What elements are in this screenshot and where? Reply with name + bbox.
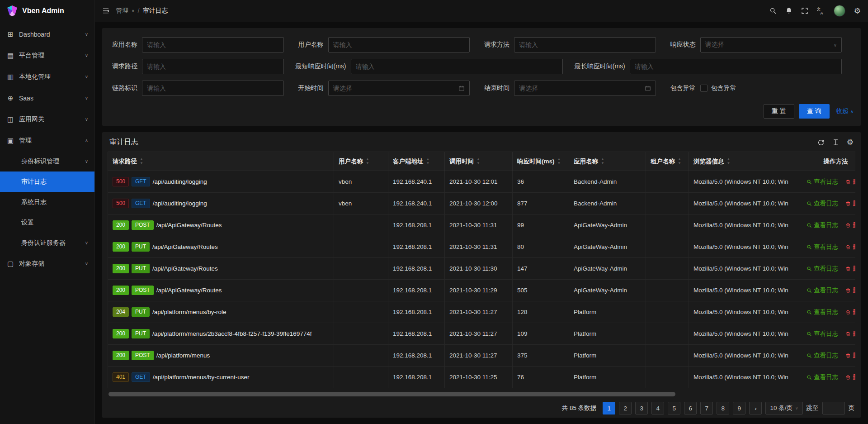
view-log-button[interactable]: 查看日志 — [807, 286, 838, 295]
filter-label: 结束时间 — [481, 84, 514, 92]
settings-gear-icon[interactable]: ⚙ — [854, 7, 861, 15]
view-log-button[interactable]: 查看日志 — [807, 243, 838, 251]
sidebar-item-auth-server[interactable]: 身份认证服务器∨ — [0, 233, 94, 253]
search-icon[interactable] — [769, 7, 777, 14]
delete-button[interactable]: 删除 — [845, 352, 855, 360]
include-exception-checkbox[interactable] — [700, 85, 708, 92]
column-header-4[interactable]: 响应时间(ms)▲▼ — [513, 152, 569, 171]
content-area: 应用名称用户名称请求方法响应状态请选择∨请求路径最短响应时间(ms)最长响应时间… — [95, 22, 868, 424]
page-button-3[interactable]: 3 — [635, 402, 648, 414]
filter-field-min-duration: 最短响应时间(ms) — [296, 59, 575, 74]
cell-time: 2021-10-30 11:30 — [445, 258, 513, 280]
page-button-6[interactable]: 6 — [684, 402, 697, 414]
chevron-down-icon: ∨ — [85, 32, 88, 37]
sidebar-item-saas[interactable]: ⊕Saas∨ — [0, 87, 94, 109]
page-button-1[interactable]: 1 — [603, 402, 615, 414]
end-time-input[interactable] — [519, 85, 641, 92]
delete-button[interactable]: 删除 — [845, 200, 855, 208]
scrollbar-thumb[interactable] — [108, 392, 675, 396]
delete-button[interactable]: 删除 — [845, 330, 855, 338]
cell-duration: 375 — [513, 345, 569, 367]
min-duration-input[interactable] — [356, 63, 558, 70]
delete-button[interactable]: 删除 — [845, 308, 855, 316]
cell-app: Platform — [569, 301, 646, 323]
view-log-button[interactable]: 查看日志 — [807, 330, 838, 338]
view-log-button[interactable]: 查看日志 — [807, 178, 838, 186]
max-duration-input[interactable] — [635, 63, 837, 70]
page-button-4[interactable]: 4 — [651, 402, 664, 414]
column-header-1[interactable]: 用户名称▲▼ — [334, 152, 388, 171]
page-button-7[interactable]: 7 — [700, 402, 713, 414]
app-title: Vben Admin — [22, 7, 64, 15]
user-name-input[interactable] — [333, 41, 465, 48]
jump-page-input[interactable] — [822, 402, 845, 414]
search-button[interactable]: 查 询 — [799, 104, 830, 119]
sidebar-item-settings[interactable]: 设置 — [0, 212, 94, 233]
delete-button[interactable]: 删除 — [845, 221, 855, 229]
sidebar-item-object-storage[interactable]: ▢对象存储∨ — [0, 253, 94, 274]
page-size-select[interactable]: 10 条/页 ∨ — [765, 402, 802, 414]
column-settings-icon[interactable]: ⚙ — [847, 138, 854, 146]
column-header-7[interactable]: 浏览器信息▲▼ — [689, 152, 795, 171]
column-header-6[interactable]: 租户名称▲▼ — [646, 152, 689, 171]
horizontal-scrollbar — [108, 392, 854, 396]
next-page-button[interactable]: › — [749, 402, 762, 414]
delete-button[interactable]: 删除 — [845, 243, 855, 251]
collapse-link[interactable]: 收起 ∧ — [836, 107, 854, 115]
sidebar-item-identity[interactable]: 身份标识管理∨ — [0, 151, 94, 172]
sidebar-item-system-logs[interactable]: 系统日志 — [0, 192, 94, 212]
chevron-down-icon: ∨ — [795, 406, 798, 410]
chevron-down-icon: ∨ — [85, 240, 88, 245]
page-button-2[interactable]: 2 — [619, 402, 632, 414]
column-header-3[interactable]: 调用时间▲▼ — [445, 152, 513, 171]
breadcrumb-parent[interactable]: 管理 — [116, 7, 128, 15]
method-badge: PUT — [132, 307, 150, 317]
view-log-button[interactable]: 查看日志 — [807, 308, 838, 316]
page-button-8[interactable]: 8 — [717, 402, 729, 414]
refresh-icon[interactable] — [817, 139, 825, 146]
view-log-button[interactable]: 查看日志 — [807, 221, 838, 229]
cell-user — [334, 280, 388, 301]
view-log-button[interactable]: 查看日志 — [807, 200, 838, 208]
sort-icons: ▲▼ — [727, 157, 731, 165]
delete-button[interactable]: 删除 — [845, 178, 855, 186]
page-button-9[interactable]: 9 — [733, 402, 745, 414]
delete-button[interactable]: 删除 — [845, 286, 855, 295]
sidebar-item-localization[interactable]: ▥本地化管理∨ — [0, 66, 94, 87]
cell-path: 401GET/api/platform/menus/by-current-use… — [108, 367, 334, 388]
page-button-5[interactable]: 5 — [668, 402, 680, 414]
sort-icons: ▲▼ — [366, 157, 369, 165]
trace-id-input[interactable] — [147, 85, 279, 92]
sidebar: Vben Admin ⊞Dashboard∨▤平台管理∨▥本地化管理∨⊕Saas… — [0, 0, 95, 424]
reset-button[interactable]: 重 置 — [764, 104, 794, 119]
request-path-input[interactable] — [147, 63, 279, 70]
column-header-5[interactable]: 应用名称▲▼ — [569, 152, 646, 171]
sidebar-item-admin[interactable]: ▣管理∧ — [0, 130, 94, 151]
sidebar-item-platform[interactable]: ▤平台管理∨ — [0, 45, 94, 66]
app-name-input[interactable] — [147, 41, 279, 48]
breadcrumb: 管理 ∨ / 审计日志 — [116, 7, 168, 15]
column-header-2[interactable]: 客户端地址▲▼ — [388, 152, 445, 171]
column-header-0[interactable]: 请求路径▲▼ — [108, 152, 334, 171]
sidebar-item-dashboard[interactable]: ⊞Dashboard∨ — [0, 24, 94, 45]
localization-icon: ▥ — [6, 73, 14, 81]
menu-fold-icon[interactable] — [102, 7, 109, 14]
view-log-button[interactable]: 查看日志 — [807, 373, 838, 381]
topbar-actions: 文A ⚙ — [769, 5, 861, 17]
delete-button[interactable]: 删除 — [845, 373, 855, 381]
http-status-select[interactable]: 请选择∨ — [700, 37, 842, 52]
delete-button[interactable]: 删除 — [845, 265, 855, 273]
chevron-up-icon: ∧ — [850, 109, 854, 114]
notification-bell-icon[interactable] — [785, 7, 793, 14]
user-avatar[interactable] — [834, 5, 845, 17]
view-log-button[interactable]: 查看日志 — [807, 265, 838, 273]
sidebar-item-gateway[interactable]: ◫应用网关∨ — [0, 109, 94, 130]
fullscreen-icon[interactable] — [801, 7, 808, 14]
http-method-input[interactable] — [519, 41, 651, 48]
start-time-input[interactable] — [333, 85, 455, 92]
view-log-button[interactable]: 查看日志 — [807, 352, 838, 360]
app-logo[interactable]: Vben Admin — [0, 0, 94, 22]
language-icon[interactable]: 文A — [817, 7, 825, 15]
sidebar-item-audit-logs[interactable]: 审计日志 — [0, 172, 94, 192]
row-height-icon[interactable] — [832, 139, 839, 146]
